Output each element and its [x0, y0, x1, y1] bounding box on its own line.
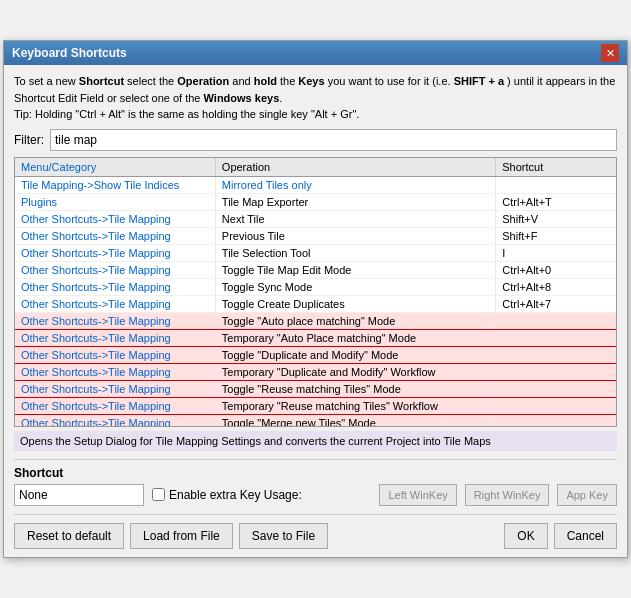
cell-menu: Other Shortcuts->Tile Mapping: [15, 363, 215, 380]
table-row[interactable]: PluginsTile Map ExporterCtrl+Alt+T: [15, 193, 616, 210]
cell-shortcut: I: [496, 244, 616, 261]
dialog-body: To set a new Shortcut select the Operati…: [4, 65, 627, 557]
shortcut-row: Enable extra Key Usage: Left WinKey Righ…: [14, 484, 617, 506]
cell-operation: Previous Tile: [215, 227, 495, 244]
save-button[interactable]: Save to File: [239, 523, 328, 549]
ok-button[interactable]: OK: [504, 523, 547, 549]
table-row[interactable]: Other Shortcuts->Tile MappingPrevious Ti…: [15, 227, 616, 244]
cell-menu: Other Shortcuts->Tile Mapping: [15, 380, 215, 397]
shortcuts-table: Menu/Category Operation Shortcut Tile Ma…: [15, 158, 616, 427]
cell-shortcut: Ctrl+Alt+7: [496, 295, 616, 312]
cell-shortcut: [496, 414, 616, 427]
cell-menu: Other Shortcuts->Tile Mapping: [15, 295, 215, 312]
cancel-button[interactable]: Cancel: [554, 523, 617, 549]
cell-operation: Toggle "Auto place matching" Mode: [215, 312, 495, 329]
cell-menu: Tile Mapping->Show Tile Indices: [15, 176, 215, 193]
table-row[interactable]: Tile Mapping->Show Tile IndicesMirrored …: [15, 176, 616, 193]
table-row[interactable]: Other Shortcuts->Tile MappingTemporary "…: [15, 329, 616, 346]
table-row[interactable]: Other Shortcuts->Tile MappingTemporary "…: [15, 397, 616, 414]
table-row[interactable]: Other Shortcuts->Tile MappingToggle "Reu…: [15, 380, 616, 397]
desc-line2: Shortcut Edit Field or select one of the…: [14, 92, 282, 104]
dialog-title: Keyboard Shortcuts: [12, 46, 127, 60]
cell-shortcut: Shift+F: [496, 227, 616, 244]
buttons-row: Reset to default Load from File Save to …: [14, 514, 617, 549]
table-row[interactable]: Other Shortcuts->Tile MappingToggle "Aut…: [15, 312, 616, 329]
load-button[interactable]: Load from File: [130, 523, 233, 549]
table-row[interactable]: Other Shortcuts->Tile MappingToggle Sync…: [15, 278, 616, 295]
left-winkey-button[interactable]: Left WinKey: [379, 484, 456, 506]
right-winkey-button[interactable]: Right WinKey: [465, 484, 550, 506]
cell-shortcut: [496, 312, 616, 329]
cell-menu: Other Shortcuts->Tile Mapping: [15, 278, 215, 295]
app-key-button[interactable]: App Key: [557, 484, 617, 506]
status-text: Opens the Setup Dialog for Tile Mapping …: [20, 435, 491, 447]
cell-operation: Mirrored Tiles only: [215, 176, 495, 193]
cell-operation: Temporary "Duplicate and Modify" Workflo…: [215, 363, 495, 380]
cell-operation: Toggle "Reuse matching Tiles" Mode: [215, 380, 495, 397]
shortcut-section: Shortcut Enable extra Key Usage: Left Wi…: [14, 459, 617, 506]
status-bar: Opens the Setup Dialog for Tile Mapping …: [14, 431, 617, 451]
cell-operation: Toggle "Merge new Tiles" Mode: [215, 414, 495, 427]
cell-menu: Other Shortcuts->Tile Mapping: [15, 261, 215, 278]
cell-operation: Next Tile: [215, 210, 495, 227]
cell-shortcut: [496, 346, 616, 363]
cell-shortcut: [496, 363, 616, 380]
cell-operation: Toggle Tile Map Edit Mode: [215, 261, 495, 278]
cell-menu: Other Shortcuts->Tile Mapping: [15, 397, 215, 414]
close-button[interactable]: ✕: [601, 44, 619, 62]
cell-menu: Other Shortcuts->Tile Mapping: [15, 210, 215, 227]
cell-shortcut: [496, 380, 616, 397]
cell-shortcut: [496, 397, 616, 414]
table-row[interactable]: Other Shortcuts->Tile MappingToggle Crea…: [15, 295, 616, 312]
table-row[interactable]: Other Shortcuts->Tile MappingTemporary "…: [15, 363, 616, 380]
reset-button[interactable]: Reset to default: [14, 523, 124, 549]
cell-shortcut: [496, 176, 616, 193]
col-header-shortcut: Shortcut: [496, 158, 616, 177]
table-row[interactable]: Other Shortcuts->Tile MappingNext TileSh…: [15, 210, 616, 227]
table-row[interactable]: Other Shortcuts->Tile MappingTile Select…: [15, 244, 616, 261]
cell-operation: Temporary "Auto Place matching" Mode: [215, 329, 495, 346]
description-text: To set a new Shortcut select the Operati…: [14, 73, 617, 123]
cell-operation: Temporary "Reuse matching Tiles" Workflo…: [215, 397, 495, 414]
cell-operation: Toggle "Duplicate and Modify" Mode: [215, 346, 495, 363]
extra-key-checkbox[interactable]: [152, 488, 165, 501]
col-header-menu: Menu/Category: [15, 158, 215, 177]
desc-line3: Tip: Holding "Ctrl + Alt" is the same as…: [14, 108, 359, 120]
cell-shortcut: Shift+V: [496, 210, 616, 227]
table-body: Tile Mapping->Show Tile IndicesMirrored …: [15, 176, 616, 427]
title-bar: Keyboard Shortcuts ✕: [4, 41, 627, 65]
cell-shortcut: [496, 329, 616, 346]
checkbox-row: Enable extra Key Usage:: [152, 488, 371, 502]
cell-operation: Tile Map Exporter: [215, 193, 495, 210]
checkbox-label: Enable extra Key Usage:: [169, 488, 302, 502]
cell-menu: Other Shortcuts->Tile Mapping: [15, 244, 215, 261]
cell-operation: Toggle Sync Mode: [215, 278, 495, 295]
cell-menu: Other Shortcuts->Tile Mapping: [15, 346, 215, 363]
table-row[interactable]: Other Shortcuts->Tile MappingToggle Tile…: [15, 261, 616, 278]
keyboard-shortcuts-dialog: Keyboard Shortcuts ✕ To set a new Shortc…: [3, 40, 628, 558]
cell-shortcut: Ctrl+Alt+0: [496, 261, 616, 278]
shortcut-input[interactable]: [14, 484, 144, 506]
table-row[interactable]: Other Shortcuts->Tile MappingToggle "Mer…: [15, 414, 616, 427]
cell-operation: Tile Selection Tool: [215, 244, 495, 261]
col-header-operation: Operation: [215, 158, 495, 177]
filter-row: Filter:: [14, 129, 617, 151]
shortcuts-table-wrapper[interactable]: Menu/Category Operation Shortcut Tile Ma…: [14, 157, 617, 427]
cell-menu: Other Shortcuts->Tile Mapping: [15, 312, 215, 329]
cell-menu: Other Shortcuts->Tile Mapping: [15, 227, 215, 244]
table-header: Menu/Category Operation Shortcut: [15, 158, 616, 177]
cell-menu: Plugins: [15, 193, 215, 210]
desc-line1: To set a new Shortcut select the Operati…: [14, 75, 615, 87]
cell-shortcut: Ctrl+Alt+T: [496, 193, 616, 210]
filter-label: Filter:: [14, 133, 44, 147]
cell-shortcut: Ctrl+Alt+8: [496, 278, 616, 295]
cell-menu: Other Shortcuts->Tile Mapping: [15, 414, 215, 427]
table-row[interactable]: Other Shortcuts->Tile MappingToggle "Dup…: [15, 346, 616, 363]
cell-operation: Toggle Create Duplicates: [215, 295, 495, 312]
cell-menu: Other Shortcuts->Tile Mapping: [15, 329, 215, 346]
filter-input[interactable]: [50, 129, 617, 151]
shortcut-section-label: Shortcut: [14, 466, 617, 480]
